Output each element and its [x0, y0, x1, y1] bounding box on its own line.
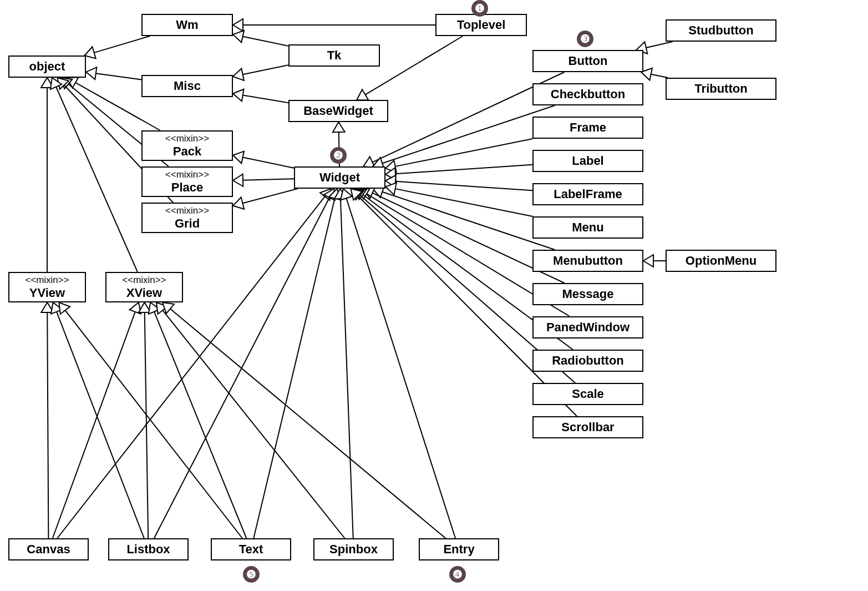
class-name-label: Radiobutton — [552, 353, 624, 367]
svg-marker-27 — [233, 151, 244, 164]
svg-marker-39 — [385, 168, 396, 180]
stereotype-label: <<mixin>> — [25, 275, 69, 286]
svg-marker-41 — [385, 175, 396, 188]
callout-1: ❶ — [471, 0, 488, 17]
svg-line-26 — [243, 157, 294, 168]
svg-line-44 — [382, 192, 555, 250]
svg-marker-87 — [643, 255, 653, 267]
svg-line-40 — [395, 181, 532, 191]
class-name-label: BaseWidget — [303, 104, 373, 118]
svg-line-60 — [253, 199, 334, 538]
svg-line-74 — [65, 310, 242, 538]
svg-marker-15 — [233, 31, 244, 43]
stereotype-label: <<mixin>> — [122, 275, 166, 286]
stereotype-label: <<mixin>> — [165, 205, 209, 216]
class-box-entry: Entry — [419, 538, 499, 560]
svg-line-18 — [243, 95, 288, 103]
svg-line-36 — [395, 139, 533, 166]
svg-marker-13 — [50, 78, 62, 89]
svg-marker-23 — [357, 89, 368, 100]
svg-line-28 — [243, 179, 294, 180]
class-box-misc: Misc — [141, 75, 233, 97]
svg-line-66 — [47, 312, 48, 538]
class-name-label: Wm — [176, 18, 198, 32]
class-box-tk: Tk — [288, 44, 380, 67]
class-box-menubutton: Menubutton — [532, 250, 643, 272]
stereotype-label: <<mixin>> — [165, 133, 209, 144]
svg-marker-31 — [233, 198, 244, 209]
class-name-label: Scale — [572, 387, 604, 401]
svg-marker-17 — [233, 68, 244, 80]
svg-marker-61 — [329, 189, 341, 200]
class-box-pack: <<mixin>>Pack — [141, 130, 233, 161]
svg-marker-49 — [358, 189, 370, 199]
class-name-label: Tributton — [694, 82, 747, 95]
class-box-scale: Scale — [532, 383, 643, 405]
svg-line-16 — [243, 65, 288, 74]
class-name-label: Message — [562, 287, 614, 301]
svg-marker-79 — [156, 302, 167, 314]
class-box-yview: <<mixin>>YView — [8, 272, 86, 302]
svg-line-38 — [395, 165, 532, 174]
class-name-label: Grid — [175, 216, 200, 230]
class-box-listbox: Listbox — [108, 538, 189, 560]
callout-3: ❸ — [577, 31, 593, 47]
class-name-label: Misc — [174, 79, 201, 93]
class-name-label: LabelFrame — [554, 187, 622, 201]
svg-line-70 — [57, 312, 144, 538]
svg-marker-19 — [233, 89, 244, 102]
svg-line-58 — [154, 198, 329, 538]
class-name-label: Checkbutton — [551, 87, 625, 101]
class-name-label: Menubutton — [553, 254, 623, 267]
svg-line-68 — [53, 312, 135, 538]
class-name-label: Button — [568, 54, 608, 68]
svg-marker-81 — [163, 302, 174, 314]
class-box-frame: Frame — [532, 117, 643, 139]
svg-marker-57 — [320, 189, 331, 200]
svg-marker-73 — [139, 302, 151, 312]
diagram-canvas: objectWmMiscTkBaseWidgetToplevelWidget<<… — [0, 0, 868, 591]
svg-marker-9 — [58, 78, 69, 89]
class-name-label: Toplevel — [457, 18, 506, 32]
class-box-panedwindow: PanedWindow — [532, 316, 643, 339]
class-box-tributton: Tributton — [666, 78, 776, 100]
class-name-label: Canvas — [27, 542, 70, 556]
class-name-label: Studbutton — [688, 23, 753, 37]
class-box-menu: Menu — [532, 216, 643, 239]
svg-marker-65 — [341, 189, 352, 200]
svg-line-14 — [243, 37, 288, 46]
svg-marker-1 — [84, 47, 95, 58]
svg-line-62 — [341, 199, 353, 538]
class-box-basewidget: BaseWidget — [288, 100, 388, 122]
svg-marker-67 — [41, 302, 53, 312]
svg-marker-5 — [67, 77, 78, 88]
class-box-studbutton: Studbutton — [666, 19, 776, 42]
class-box-button: Button — [532, 50, 643, 72]
class-name-label: Widget — [319, 170, 360, 184]
svg-marker-69 — [129, 302, 141, 314]
class-name-label: Frame — [570, 120, 606, 134]
class-box-radiobutton: Radiobutton — [532, 350, 643, 372]
svg-marker-11 — [41, 78, 53, 88]
svg-marker-29 — [233, 174, 243, 186]
class-name-label: Text — [239, 542, 263, 556]
svg-line-34 — [382, 105, 555, 163]
svg-marker-3 — [86, 67, 97, 79]
class-box-spinbox: Spinbox — [313, 538, 394, 560]
class-name-label: OptionMenu — [686, 254, 757, 267]
class-name-label: Place — [171, 180, 204, 194]
class-name-label: YView — [29, 286, 65, 300]
svg-line-42 — [395, 189, 533, 216]
svg-line-76 — [154, 312, 246, 538]
svg-line-2 — [96, 73, 141, 79]
class-name-label: Spinbox — [329, 542, 378, 556]
svg-marker-71 — [51, 302, 63, 314]
class-box-wm: Wm — [141, 14, 233, 36]
class-name-label: Tk — [327, 48, 342, 62]
svg-marker-25 — [333, 122, 345, 132]
class-name-label: XView — [126, 286, 162, 300]
stereotype-label: <<mixin>> — [165, 169, 209, 180]
svg-line-78 — [163, 310, 344, 538]
class-box-place: <<mixin>>Place — [141, 166, 233, 197]
class-box-xview: <<mixin>>XView — [105, 272, 183, 302]
